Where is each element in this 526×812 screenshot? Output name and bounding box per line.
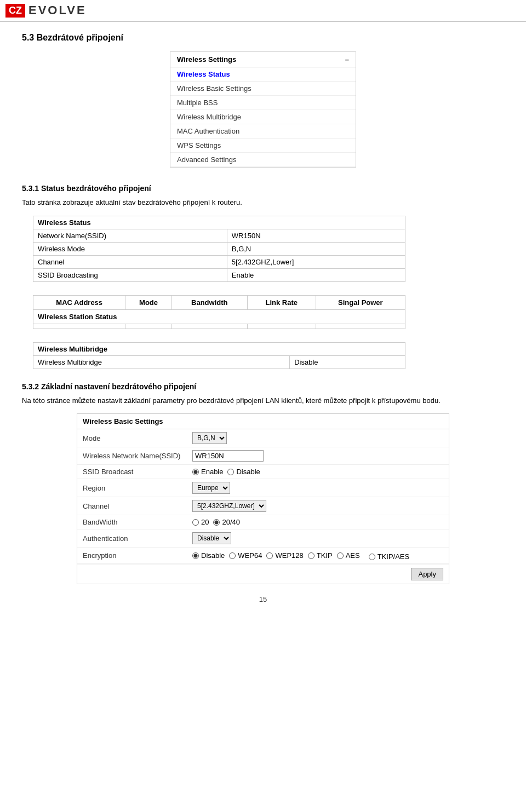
menu-item-mac-auth[interactable]: MAC Authentication bbox=[170, 124, 356, 139]
value-wireless-mode: B,G,N bbox=[227, 242, 405, 255]
wireless-basic-settings-form: Wireless Basic Settings Mode B,G,N Wirel… bbox=[77, 413, 449, 584]
label-bandwidth: BandWidth bbox=[77, 515, 187, 529]
select-channel[interactable]: 5[2.432GHZ,Lower] bbox=[192, 500, 266, 512]
radio-label-tkip[interactable]: TKIP bbox=[308, 551, 333, 560]
value-multibridge: Disable bbox=[290, 355, 405, 368]
header: CZ EVOLVE bbox=[0, 0, 526, 22]
menu-item-wireless-basic[interactable]: Wireless Basic Settings bbox=[170, 82, 356, 96]
wireless-menu-box: Wireless Settings – Wireless Status Wire… bbox=[170, 51, 356, 168]
radio-wep64-icon bbox=[229, 552, 236, 559]
logo-evolve: EVOLVE bbox=[28, 3, 87, 18]
table-row: Network Name(SSID) WR150N bbox=[33, 229, 405, 242]
form-row-region: Region Europe bbox=[77, 479, 449, 497]
radio-label-2040[interactable]: 20/40 bbox=[213, 518, 240, 526]
section-title: 5.3 Bezdrátové připojení bbox=[22, 33, 504, 43]
value-network-name: WR150N bbox=[227, 229, 405, 242]
form-row-ssid-broadcast: SSID Broadcast Enable Disable bbox=[77, 465, 449, 479]
label-authentication: Authentication bbox=[77, 529, 187, 548]
subsection2-description: Na této stránce můžete nastavit základní… bbox=[22, 395, 504, 406]
radio-label-disable[interactable]: Disable bbox=[227, 468, 260, 476]
radio-disable-icon bbox=[227, 469, 234, 475]
label-ssid: Wireless Network Name(SSID) bbox=[77, 447, 187, 465]
subsection2-title: 5.3.2 Základní nastavení bezdrátového př… bbox=[22, 382, 504, 391]
wireless-station-title: Wireless Station Status bbox=[33, 309, 405, 324]
radio-label-20[interactable]: 20 bbox=[192, 518, 209, 526]
radio-encryption: Disable WEP64 WEP128 TKIP bbox=[192, 550, 443, 561]
wireless-multibridge-table: Wireless Multibridge Wireless Multibridg… bbox=[33, 342, 405, 369]
form-row-bandwidth: BandWidth 20 20/40 bbox=[77, 515, 449, 529]
table-row: Wireless Mode B,G,N bbox=[33, 242, 405, 255]
label-channel-form: Channel bbox=[77, 497, 187, 515]
radio-wep128-icon bbox=[266, 552, 273, 559]
radio-enable-icon bbox=[192, 469, 199, 475]
menu-item-wireless-status[interactable]: Wireless Status bbox=[170, 67, 356, 82]
radio-label-enable[interactable]: Enable bbox=[192, 468, 223, 476]
input-ssid[interactable] bbox=[192, 450, 264, 462]
menu-box-header: Wireless Settings – bbox=[170, 52, 356, 67]
select-authentication[interactable]: Disable bbox=[192, 532, 231, 544]
wireless-multibridge-title: Wireless Multibridge bbox=[33, 342, 405, 355]
form-row-mode: Mode B,G,N bbox=[77, 429, 449, 447]
apply-row: Apply bbox=[77, 564, 449, 584]
wireless-status-title: Wireless Status bbox=[33, 216, 405, 229]
radio-label-wep64[interactable]: WEP64 bbox=[229, 551, 262, 560]
menu-item-advanced[interactable]: Advanced Settings bbox=[170, 153, 356, 167]
col-bandwidth: Bandwidth bbox=[171, 295, 247, 309]
label-network-name: Network Name(SSID) bbox=[33, 229, 227, 242]
label-wireless-mode: Wireless Mode bbox=[33, 242, 227, 255]
wireless-station-table: Wireless Station Status MAC Address Mode… bbox=[33, 295, 405, 329]
select-mode[interactable]: B,G,N bbox=[192, 432, 227, 444]
radio-ssid-broadcast: Enable Disable bbox=[192, 468, 443, 476]
table-row: SSID Broadcasting Enable bbox=[33, 268, 405, 281]
form-box-title: Wireless Basic Settings bbox=[77, 414, 449, 429]
radio-tkipaes-icon bbox=[369, 554, 375, 560]
table-row: Channel 5[2.432GHZ,Lower] bbox=[33, 255, 405, 268]
table-row: Wireless Multibridge Disable bbox=[33, 355, 405, 368]
radio-disable-enc-icon bbox=[192, 552, 199, 559]
label-ssid-broadcast: SSID Broadcast bbox=[77, 465, 187, 479]
value-ssid-broadcasting: Enable bbox=[227, 268, 405, 281]
col-mac-address: MAC Address bbox=[33, 295, 125, 309]
radio-bandwidth: 20 20/40 bbox=[192, 518, 443, 526]
radio-aes-icon bbox=[337, 552, 344, 559]
label-ssid-broadcasting: SSID Broadcasting bbox=[33, 268, 227, 281]
radio-label-tkipaes[interactable]: TKIP/AES bbox=[369, 552, 410, 561]
radio-tkip-icon bbox=[308, 552, 315, 559]
label-multibridge: Wireless Multibridge bbox=[33, 355, 290, 368]
form-table: Mode B,G,N Wireless Network Name(SSID) bbox=[77, 429, 449, 564]
menu-header-label: Wireless Settings bbox=[177, 55, 236, 64]
col-signal-power: Singal Power bbox=[316, 295, 405, 309]
menu-header-dash: – bbox=[345, 55, 349, 64]
radio-20-icon bbox=[192, 519, 199, 526]
form-row-encryption: Encryption Disable WEP64 WEP128 bbox=[77, 548, 449, 564]
col-mode: Mode bbox=[125, 295, 171, 309]
form-row-channel: Channel 5[2.432GHZ,Lower] bbox=[77, 497, 449, 515]
menu-item-wireless-multibridge[interactable]: Wireless Multibridge bbox=[170, 110, 356, 124]
radio-label-aes[interactable]: AES bbox=[337, 551, 360, 560]
radio-2040-icon bbox=[213, 519, 220, 526]
radio-label-wep128[interactable]: WEP128 bbox=[266, 551, 303, 560]
value-channel: 5[2.432GHZ,Lower] bbox=[227, 255, 405, 268]
apply-button[interactable]: Apply bbox=[411, 568, 443, 580]
label-mode: Mode bbox=[77, 429, 187, 447]
menu-item-multiple-bss[interactable]: Multiple BSS bbox=[170, 96, 356, 110]
subsection1-title: 5.3.1 Status bezdrátového připojení bbox=[22, 184, 504, 193]
radio-label-disable-enc[interactable]: Disable bbox=[192, 551, 225, 560]
label-encryption: Encryption bbox=[77, 548, 187, 564]
subsection1-description: Tato stránka zobrazuje aktuální stav bez… bbox=[22, 197, 504, 208]
form-row-ssid: Wireless Network Name(SSID) bbox=[77, 447, 449, 465]
select-region[interactable]: Europe bbox=[192, 482, 230, 494]
label-region: Region bbox=[77, 479, 187, 497]
table-row-empty bbox=[33, 324, 405, 329]
form-row-authentication: Authentication Disable bbox=[77, 529, 449, 548]
main-content: 5.3 Bezdrátové připojení Wireless Settin… bbox=[0, 22, 526, 625]
wireless-status-table: Wireless Status Network Name(SSID) WR150… bbox=[33, 216, 405, 282]
label-channel: Channel bbox=[33, 255, 227, 268]
col-link-rate: Link Rate bbox=[247, 295, 316, 309]
menu-item-wps[interactable]: WPS Settings bbox=[170, 139, 356, 153]
page-number: 15 bbox=[22, 595, 504, 603]
logo-cz: CZ bbox=[5, 4, 25, 18]
